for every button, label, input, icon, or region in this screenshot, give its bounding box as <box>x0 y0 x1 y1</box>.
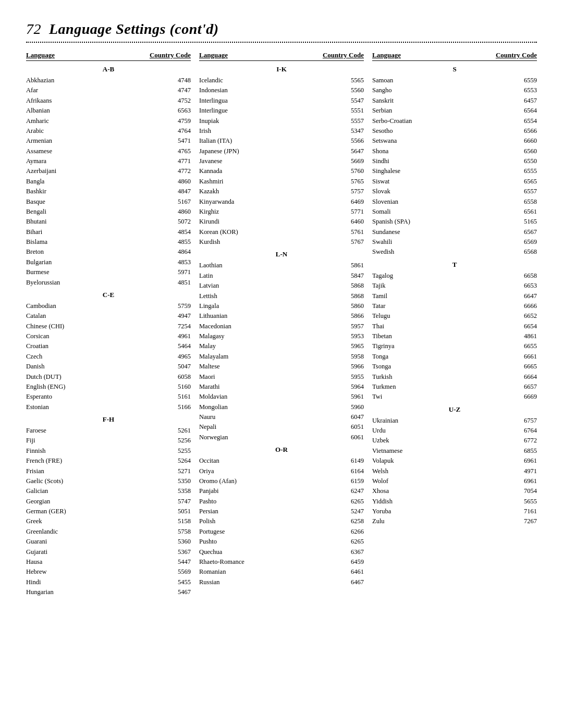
table-row: Mongolian5960 <box>199 402 364 412</box>
table-row: Spanish (SPA)5165 <box>372 217 537 227</box>
language-code: 4752 <box>178 96 191 106</box>
language-code: 5565 <box>351 76 364 85</box>
table-row: Bhutani5072 <box>26 217 191 227</box>
language-name: Macedonian <box>199 322 231 331</box>
language-name: Georgian <box>26 497 50 507</box>
col2-code-header: Country Code <box>323 51 364 59</box>
table-row: Italian (ITA)5566 <box>199 136 364 146</box>
table-row: Bengali4860 <box>26 207 191 217</box>
section-label: A-B <box>26 65 191 73</box>
table-row: Norwegian6061 <box>199 433 364 442</box>
table-row: Yiddish5655 <box>372 497 537 507</box>
language-name: Nepali <box>199 422 216 432</box>
language-code: 6558 <box>524 197 537 207</box>
table-row: Danish5047 <box>26 362 191 372</box>
language-name: Rhaeto-Romance <box>199 557 244 567</box>
language-code: 6568 <box>524 247 537 257</box>
language-code: 6961 <box>524 456 537 466</box>
language-name: Latin <box>199 271 213 281</box>
section-label: U-Z <box>372 405 537 414</box>
table-row: Guarani5360 <box>26 537 191 547</box>
language-name: Tonga <box>372 352 388 362</box>
table-row: Oromo (Afan)6159 <box>199 476 364 486</box>
language-name: Faroese <box>26 426 46 436</box>
language-name: Gaelic (Scots) <box>26 476 63 486</box>
language-name: Setswana <box>372 136 397 146</box>
table-row: Singhalese6555 <box>372 166 537 176</box>
section-label: T <box>372 261 537 269</box>
table-row: Moldavian5961 <box>199 392 364 402</box>
language-name: Sesotho <box>372 126 393 136</box>
language-name: Panjabi <box>199 486 219 496</box>
language-name: Malay <box>199 341 216 351</box>
language-name: Sindhi <box>372 156 389 166</box>
language-name: Pashto <box>199 497 216 507</box>
language-code: 6061 <box>351 433 364 442</box>
table-row: Shona6560 <box>372 146 537 156</box>
language-name: Tsonga <box>372 362 391 372</box>
language-code: 5757 <box>351 187 364 196</box>
language-name: Maltese <box>199 362 220 372</box>
section-label: I-K <box>199 65 364 73</box>
language-name: Bulgarian <box>26 257 52 267</box>
language-code: 6247 <box>351 486 364 496</box>
table-row: Ukrainian6757 <box>372 416 537 426</box>
table-row: Croatian5464 <box>26 341 191 351</box>
language-code: 5669 <box>351 156 364 166</box>
title-text: Language Settings (cont'd) <box>49 21 219 37</box>
table-row: Greenlandic5758 <box>26 527 191 537</box>
language-name: Corsican <box>26 331 49 341</box>
language-name: Assamese <box>26 146 52 156</box>
table-row: Byelorussian4851 <box>26 278 191 288</box>
language-code: 5866 <box>351 311 364 321</box>
language-name: Shona <box>372 146 388 156</box>
table-row: Quechua6367 <box>199 547 364 557</box>
language-code: 5767 <box>351 237 364 247</box>
language-name: Byelorussian <box>26 278 60 288</box>
language-name: Laothian <box>199 261 222 270</box>
table-row: Bashkir4847 <box>26 187 191 196</box>
language-name: Inupiak <box>199 116 219 126</box>
table-row: Czech4965 <box>26 352 191 362</box>
language-name: Tagalog <box>372 271 393 281</box>
language-name: Bangla <box>26 177 44 187</box>
language-code: 6058 <box>178 372 191 382</box>
table-row: Burmese5971 <box>26 267 191 277</box>
language-name: Esperanto <box>26 392 52 402</box>
language-name: Twi <box>372 392 382 402</box>
language-code: 4853 <box>178 257 191 267</box>
language-name: Slovak <box>372 187 390 196</box>
language-code: 6457 <box>524 96 537 106</box>
table-row: Malagasy5953 <box>199 331 364 341</box>
language-code: 7267 <box>524 516 537 526</box>
language-name: Serbo-Croatian <box>372 116 412 126</box>
table-row: Laothian5861 <box>199 261 364 270</box>
table-row: Bulgarian4853 <box>26 257 191 267</box>
table-row: Bangla4860 <box>26 177 191 187</box>
table-row: Frisian5271 <box>26 466 191 476</box>
table-row: Uzbek6772 <box>372 436 537 446</box>
language-code: 5255 <box>178 446 191 456</box>
table-row: Persian5247 <box>199 507 364 516</box>
language-code: 5560 <box>351 85 364 95</box>
language-name: Telugu <box>372 311 390 321</box>
language-code: 5350 <box>178 476 191 486</box>
language-code: 6664 <box>524 372 537 382</box>
language-code: 5347 <box>351 126 364 136</box>
language-name: Arabic <box>26 126 44 136</box>
table-row: Vietnamese6855 <box>372 446 537 456</box>
table-row: Interlingua5547 <box>199 96 364 106</box>
language-name: Maori <box>199 372 215 382</box>
language-code: 6560 <box>524 146 537 156</box>
language-name: Norwegian <box>199 433 228 442</box>
language-code: 4764 <box>178 126 191 136</box>
section-label: O-R <box>199 446 364 454</box>
language-code: 5160 <box>178 382 191 392</box>
language-name: Portugese <box>199 527 225 537</box>
table-row: Faroese5261 <box>26 426 191 436</box>
table-row: Interlingue5551 <box>199 106 364 116</box>
table-row: Arabic4764 <box>26 126 191 136</box>
column-2: Language Country Code I-KIcelandic5565In… <box>195 51 368 597</box>
language-code: 6561 <box>524 207 537 217</box>
language-code: 6265 <box>351 537 364 547</box>
